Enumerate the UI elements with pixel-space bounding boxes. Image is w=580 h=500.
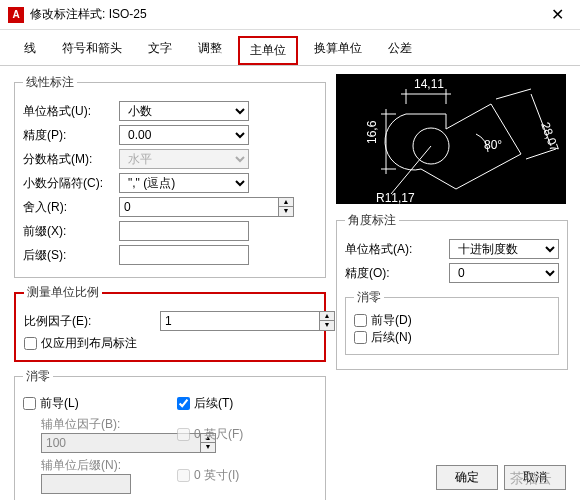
aux-suffix-input	[41, 474, 131, 494]
inch-checkbox: 0 英寸(I)	[177, 467, 239, 484]
fraction-label: 分数格式(M):	[23, 151, 115, 168]
ang-precision-select[interactable]: 0	[449, 263, 559, 283]
unit-format-label: 单位格式(U):	[23, 103, 115, 120]
ang-trailing-checkbox[interactable]: 后续(N)	[354, 329, 550, 346]
tab-primary-units[interactable]: 主单位	[238, 36, 298, 65]
svg-line-7	[496, 89, 531, 99]
aux-suffix-label: 辅单位后缀(N):	[41, 457, 173, 474]
leading-input[interactable]	[23, 397, 36, 410]
precision-select[interactable]: 0.00	[119, 125, 249, 145]
tab-line[interactable]: 线	[14, 36, 46, 65]
scale-legend: 测量单位比例	[24, 284, 102, 301]
ang-precision-label: 精度(O):	[345, 265, 445, 282]
scale-factor-spinner[interactable]: ▲▼	[160, 311, 250, 331]
spin-up-icon[interactable]: ▲	[320, 312, 334, 321]
scale-group: 测量单位比例 比例因子(E): ▲▼ 仅应用到布局标注	[14, 284, 326, 362]
ok-button[interactable]: 确定	[436, 465, 498, 490]
svg-text:28,07: 28,07	[538, 120, 562, 153]
ang-zero-legend: 消零	[354, 289, 384, 306]
layout-only-input[interactable]	[24, 337, 37, 350]
zero-legend: 消零	[23, 368, 53, 385]
svg-text:80°: 80°	[484, 138, 502, 152]
fraction-select: 水平	[119, 149, 249, 169]
tab-fit[interactable]: 调整	[188, 36, 232, 65]
svg-text:R11,17: R11,17	[376, 191, 415, 204]
round-spinner[interactable]: ▲▼	[119, 197, 209, 217]
window-title: 修改标注样式: ISO-25	[30, 6, 542, 23]
prefix-label: 前缀(X):	[23, 223, 115, 240]
feet-label: 0 英尺(F)	[194, 426, 243, 443]
tab-text[interactable]: 文字	[138, 36, 182, 65]
tab-tolerance[interactable]: 公差	[378, 36, 422, 65]
dimension-preview: 14,11 16,6 28,07 R11,17 80°	[336, 74, 566, 204]
round-input[interactable]	[119, 197, 278, 217]
trailing-label: 后续(T)	[194, 395, 233, 412]
ang-leading-label: 前导(D)	[371, 312, 412, 329]
ang-unit-label: 单位格式(A):	[345, 241, 445, 258]
zero-suppress-group: 消零 前导(L) 后续(T) 辅单位因子(B): ▲▼	[14, 368, 326, 500]
round-label: 舍入(R):	[23, 199, 115, 216]
feet-checkbox: 0 英尺(F)	[177, 426, 243, 443]
precision-label: 精度(P):	[23, 127, 115, 144]
ang-trailing-label: 后续(N)	[371, 329, 412, 346]
svg-line-10	[391, 146, 431, 194]
decimal-sep-label: 小数分隔符(C):	[23, 175, 115, 192]
feet-input	[177, 428, 190, 441]
trailing-checkbox[interactable]: 后续(T)	[177, 395, 233, 412]
spin-down-icon[interactable]: ▼	[320, 321, 334, 330]
leading-checkbox[interactable]: 前导(L)	[23, 395, 173, 412]
tab-bar: 线 符号和箭头 文字 调整 主单位 换算单位 公差	[0, 30, 580, 66]
linear-legend: 线性标注	[23, 74, 77, 91]
aux-factor-spinner: ▲▼	[41, 433, 131, 453]
ang-unit-select[interactable]: 十进制度数	[449, 239, 559, 259]
unit-format-select[interactable]: 小数	[119, 101, 249, 121]
angular-legend: 角度标注	[345, 212, 399, 229]
suffix-input[interactable]	[119, 245, 249, 265]
app-icon: A	[8, 7, 24, 23]
svg-text:14,11: 14,11	[414, 77, 444, 91]
aux-factor-label: 辅单位因子(B):	[41, 416, 173, 433]
angular-group: 角度标注 单位格式(A): 十进制度数 精度(O): 0 消零 前导(D) 后续…	[336, 212, 568, 370]
linear-group: 线性标注 单位格式(U): 小数 精度(P): 0.00 分数格式(M): 水平…	[14, 74, 326, 278]
spin-down-icon[interactable]: ▼	[279, 207, 293, 216]
tab-symbols[interactable]: 符号和箭头	[52, 36, 132, 65]
cancel-button[interactable]: 取消	[504, 465, 566, 490]
inch-input	[177, 469, 190, 482]
ang-leading-input[interactable]	[354, 314, 367, 327]
prefix-input[interactable]	[119, 221, 249, 241]
leading-label: 前导(L)	[40, 395, 79, 412]
close-icon[interactable]: ✕	[542, 5, 572, 24]
spin-up-icon[interactable]: ▲	[279, 198, 293, 207]
decimal-sep-select[interactable]: "," (逗点)	[119, 173, 249, 193]
layout-only-checkbox[interactable]: 仅应用到布局标注	[24, 335, 316, 352]
layout-only-label: 仅应用到布局标注	[41, 335, 137, 352]
ang-zero-group: 消零 前导(D) 后续(N)	[345, 289, 559, 355]
scale-factor-input[interactable]	[160, 311, 319, 331]
suffix-label: 后缀(S):	[23, 247, 115, 264]
trailing-input[interactable]	[177, 397, 190, 410]
scale-factor-label: 比例因子(E):	[24, 313, 116, 330]
svg-text:16,6: 16,6	[365, 120, 379, 144]
spin-down-icon: ▼	[201, 443, 215, 452]
ang-trailing-input[interactable]	[354, 331, 367, 344]
tab-alt-units[interactable]: 换算单位	[304, 36, 372, 65]
ang-leading-checkbox[interactable]: 前导(D)	[354, 312, 550, 329]
inch-label: 0 英寸(I)	[194, 467, 239, 484]
